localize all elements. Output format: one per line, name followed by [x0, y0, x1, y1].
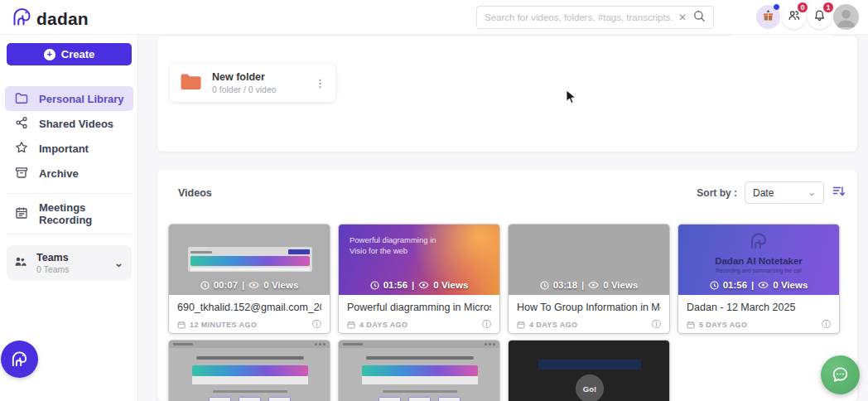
- star-icon: [15, 141, 28, 157]
- video-age: 12 MINUTES AGO: [190, 321, 312, 329]
- video-overlay-stats: 03:18 | 0 Views: [509, 280, 669, 290]
- video-card[interactable]: Go!: [508, 340, 670, 401]
- sort-value: Date: [753, 187, 774, 199]
- video-title: 690_tkhalid.152@gmail.com_2025-03-...: [177, 302, 321, 313]
- sort-dropdown[interactable]: Date ⌄: [745, 181, 824, 204]
- sort-direction-icon[interactable]: [832, 185, 846, 201]
- chat-bubble-icon: [830, 365, 851, 385]
- calendar-small-icon: [177, 321, 186, 329]
- video-overlay-stats: 00:07 | 0 Views: [169, 280, 330, 290]
- members-badge: 0: [797, 2, 808, 13]
- teams-selector[interactable]: Teams 0 Teams ⌄: [7, 245, 132, 280]
- sidebar-item-important[interactable]: Important: [5, 136, 133, 161]
- thumbnail-screenshot: [188, 247, 312, 272]
- search-input[interactable]: [485, 12, 675, 22]
- video-title: How To Group Information in M-Files...: [517, 302, 661, 313]
- rewards-button[interactable]: [756, 5, 780, 29]
- video-card[interactable]: 00:07 | 0 Views 690_tkhalid.152@gmail.co…: [168, 224, 330, 334]
- chevron-down-icon: ⌄: [114, 257, 123, 269]
- video-thumbnail[interactable]: Go!: [509, 341, 669, 401]
- video-thumbnail[interactable]: Dadan AI Notetaker Recording and summari…: [678, 225, 839, 295]
- clock-icon: [710, 281, 719, 290]
- search-icon[interactable]: [693, 10, 706, 26]
- video-thumbnail[interactable]: 00:07 | 0 Views: [169, 225, 330, 295]
- sidebar-item-label: Meetings Recording: [39, 201, 133, 226]
- thumbnail-caption: Powerful diagramming in Visio for the we…: [350, 234, 453, 257]
- notifications-badge: 1: [822, 2, 834, 13]
- members-button[interactable]: 0: [782, 5, 806, 29]
- eye-icon: [758, 281, 769, 289]
- info-icon[interactable]: ⓘ: [652, 318, 661, 331]
- video-age: 5 DAYS AGO: [699, 321, 822, 329]
- video-thumbnail[interactable]: [169, 341, 330, 401]
- video-card[interactable]: [168, 340, 330, 401]
- videos-section: Videos Sort by : Date ⌄: [157, 170, 857, 401]
- clock-icon: [200, 281, 210, 290]
- video-card[interactable]: Dadan AI Notetaker Recording and summari…: [678, 224, 840, 334]
- search-bar[interactable]: ✕: [476, 6, 714, 29]
- folder-icon: [15, 91, 28, 107]
- teams-icon: [13, 254, 27, 272]
- share-icon: [15, 116, 28, 132]
- plus-icon: +: [44, 49, 55, 60]
- video-card[interactable]: [338, 340, 500, 401]
- clear-search-icon[interactable]: ✕: [678, 12, 687, 23]
- video-age: 4 DAYS AGO: [529, 321, 652, 329]
- video-title: Powerful diagramming in Microsoft V...: [347, 302, 491, 313]
- info-icon[interactable]: ⓘ: [822, 318, 831, 331]
- videos-section-title: Videos: [178, 187, 212, 199]
- eye-icon: [588, 281, 599, 289]
- sidebar-item-personal-library[interactable]: Personal Library: [5, 86, 133, 111]
- sidebar-item-shared-videos[interactable]: Shared Videos: [5, 111, 133, 136]
- sidebar-divider: [7, 193, 132, 194]
- thumbnail-subtitle: Recording and summarizing the call: [716, 268, 801, 273]
- video-thumbnail[interactable]: 03:18 | 0 Views: [509, 225, 669, 295]
- gift-icon: [762, 9, 774, 25]
- dadan-elephant-icon: [10, 350, 29, 369]
- sort-by-label: Sort by :: [697, 187, 737, 199]
- folder-count: 0 folder / 0 video: [212, 85, 311, 94]
- video-title: Dadan - 12 March 2025: [687, 302, 831, 313]
- calendar-small-icon: [517, 321, 525, 329]
- calendar-small-icon: [347, 321, 355, 329]
- sidebar-item-meetings-recording[interactable]: Meetings Recording: [5, 201, 133, 226]
- create-button-label: Create: [61, 48, 94, 60]
- calendar-icon: [15, 206, 28, 222]
- go-badge: Go!: [576, 374, 604, 401]
- sidebar-item-archive[interactable]: Archive: [5, 161, 133, 186]
- eye-icon: [248, 281, 259, 289]
- top-bar: dadan ✕: [0, 0, 868, 35]
- create-button[interactable]: + Create: [7, 43, 132, 65]
- archive-icon: [15, 166, 28, 181]
- teams-label: Teams: [36, 252, 105, 263]
- video-overlay-stats: 01:56 | 0 Views: [339, 280, 499, 290]
- clock-icon: [540, 281, 549, 290]
- user-avatar[interactable]: [833, 4, 859, 30]
- kebab-menu-icon[interactable]: ⋮: [311, 75, 329, 91]
- folders-section: New folder 0 folder / 0 video ⋮: [157, 36, 857, 152]
- info-icon[interactable]: ⓘ: [482, 318, 491, 331]
- dadan-fab-button[interactable]: [1, 341, 38, 378]
- app-logo[interactable]: dadan: [11, 6, 89, 31]
- dadan-mark-icon: [749, 231, 769, 254]
- sidebar-divider: [7, 234, 132, 234]
- sidebar-item-label: Important: [39, 143, 89, 155]
- main-content: New folder 0 folder / 0 video ⋮ Videos S…: [138, 35, 868, 401]
- sidebar-item-label: Archive: [39, 167, 79, 180]
- brand-name: dadan: [36, 9, 89, 29]
- rewards-dot-badge: [773, 3, 780, 11]
- video-card[interactable]: Powerful diagramming in Visio for the we…: [338, 224, 500, 334]
- video-thumbnail[interactable]: Powerful diagramming in Visio for the we…: [339, 225, 499, 295]
- thumbnail-title: Dadan AI Notetaker: [715, 256, 803, 266]
- info-icon[interactable]: ⓘ: [312, 318, 321, 331]
- chevron-down-icon: ⌄: [808, 187, 816, 198]
- sidebar-nav: Personal Library Shared Videos Important: [0, 86, 138, 242]
- chat-support-button[interactable]: [821, 355, 860, 394]
- folder-card[interactable]: New folder 0 folder / 0 video ⋮: [170, 64, 335, 102]
- video-thumbnail[interactable]: [339, 341, 499, 401]
- notifications-button[interactable]: 1: [808, 5, 832, 29]
- calendar-small-icon: [687, 321, 695, 329]
- eye-icon: [418, 281, 429, 289]
- sort-controls: Sort by : Date ⌄: [697, 181, 846, 204]
- video-card[interactable]: 03:18 | 0 Views How To Group Information…: [508, 224, 670, 334]
